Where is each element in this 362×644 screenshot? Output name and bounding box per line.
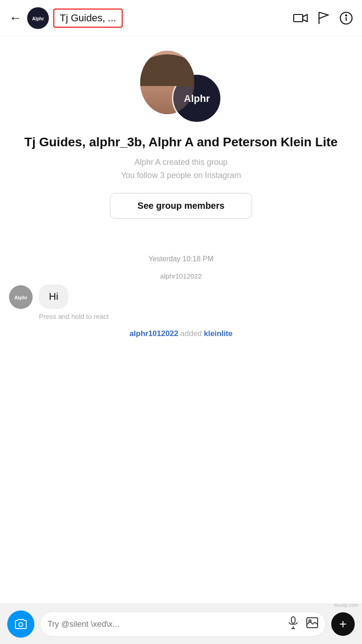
- input-bar: +: [0, 604, 362, 644]
- header-icons: [293, 11, 353, 25]
- group-name: Tj Guides, alphr_3b, Alphr A and Peterso…: [24, 134, 338, 150]
- image-icon[interactable]: [306, 617, 318, 631]
- plus-button[interactable]: +: [331, 612, 355, 636]
- back-button[interactable]: ←: [9, 12, 22, 24]
- info-icon[interactable]: [339, 11, 353, 25]
- group-info: Alphr Tj Guides, alphr_3b, Alphr A and P…: [0, 36, 362, 230]
- sender-label: alphr1012022: [9, 272, 353, 280]
- activity-user2[interactable]: kleinlite: [204, 329, 233, 338]
- input-right-icons: [288, 616, 318, 632]
- header: ← Alphr Tj Guides, ...: [0, 0, 362, 36]
- message-row: Alphr Hi: [9, 284, 353, 309]
- react-hint: Press and hold to react: [39, 312, 353, 320]
- activity-action: added: [178, 329, 204, 338]
- svg-text:Alphr: Alphr: [14, 295, 28, 300]
- video-camera-icon[interactable]: [293, 13, 308, 24]
- group-created-by: Alphr A created this group: [134, 158, 228, 167]
- message-input-wrap: [40, 611, 326, 637]
- svg-text:Alphr: Alphr: [32, 16, 44, 21]
- svg-point-7: [346, 14, 347, 15]
- svg-rect-2: [294, 14, 303, 22]
- message-input[interactable]: [48, 620, 288, 629]
- chat-area: Yesterday 10:18 PM alphr1012022 Alphr Hi…: [0, 230, 362, 411]
- group-avatars: Alphr: [140, 51, 222, 123]
- activity-user1[interactable]: alphr1012022: [129, 329, 178, 338]
- see-group-members-button[interactable]: See group members: [110, 193, 252, 219]
- group-follow-info: You follow 3 people on Instagram: [121, 171, 241, 180]
- avatar-person: [140, 51, 195, 114]
- activity-line: alphr1012022 added kleinlite: [9, 329, 353, 338]
- camera-button[interactable]: [7, 610, 34, 638]
- microphone-icon[interactable]: [288, 616, 298, 632]
- message-avatar: Alphr: [9, 285, 33, 309]
- chat-timestamp: Yesterday 10:18 PM: [9, 255, 353, 263]
- flag-icon[interactable]: [318, 11, 329, 25]
- svg-marker-3: [303, 14, 307, 22]
- watermark: deuap.com: [334, 602, 358, 608]
- header-avatar[interactable]: Alphr: [27, 7, 49, 29]
- message-bubble: Hi: [39, 284, 68, 309]
- svg-point-12: [19, 623, 23, 627]
- group-sub-info: Alphr A created this group You follow 3 …: [121, 156, 241, 182]
- header-avatar-logo: Alphr: [30, 10, 46, 26]
- header-title[interactable]: Tj Guides, ...: [53, 9, 123, 28]
- svg-rect-13: [291, 617, 295, 623]
